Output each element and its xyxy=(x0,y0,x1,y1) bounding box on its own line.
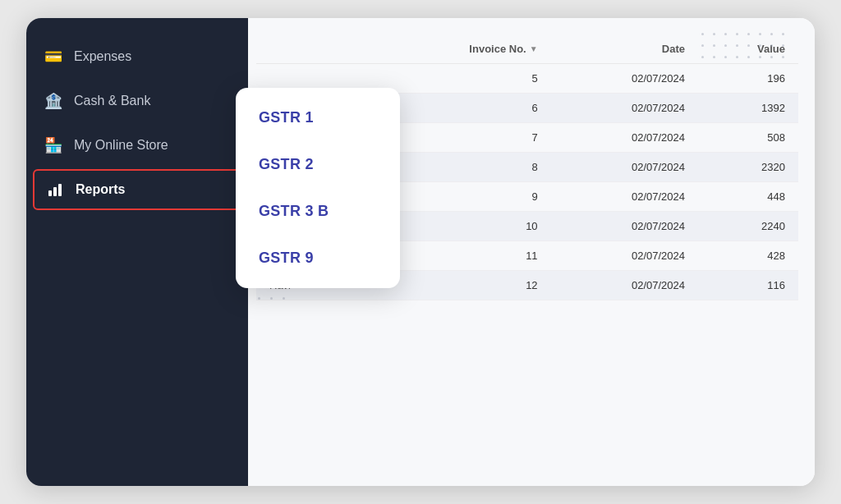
cell-date: 02/07/2024 xyxy=(551,271,698,300)
col-header-name xyxy=(256,34,376,64)
col-header-invoice[interactable]: Invoice No. ▼ xyxy=(376,34,551,64)
sidebar-item-reports[interactable]: Reports xyxy=(33,169,241,210)
cell-invoice: 5 xyxy=(376,64,551,94)
cell-invoice: 8 xyxy=(376,153,551,182)
cell-date: 02/07/2024 xyxy=(551,241,698,271)
svg-rect-0 xyxy=(48,190,52,196)
cell-date: 02/07/2024 xyxy=(551,64,698,94)
cell-value: 508 xyxy=(698,123,798,153)
cell-invoice: 9 xyxy=(376,182,551,212)
cell-value: 1392 xyxy=(698,94,798,123)
dropdown-item-gstr9[interactable]: GSTR 9 xyxy=(236,235,400,282)
sidebar: 💳 Expenses 🏦 Cash & Bank 🏪 My Online Sto… xyxy=(26,18,248,486)
sidebar-item-my-online-store[interactable]: 🏪 My Online Store xyxy=(26,123,248,167)
cell-invoice: 6 xyxy=(376,94,551,123)
cell-value: 196 xyxy=(698,64,798,94)
cell-date: 02/07/2024 xyxy=(551,212,698,241)
cell-value: 448 xyxy=(698,182,798,212)
cell-value: 2240 xyxy=(698,212,798,241)
invoice-sort-icon: ▼ xyxy=(530,44,538,53)
sidebar-item-cash-bank[interactable]: 🏦 Cash & Bank xyxy=(26,79,248,123)
gstr9-label: GSTR 9 xyxy=(259,250,314,267)
cell-date: 02/07/2024 xyxy=(551,94,698,123)
gstr-dropdown-menu: GSTR 1 GSTR 2 GSTR 3 B GSTR 9 xyxy=(236,88,400,288)
cell-value: 428 xyxy=(698,241,798,271)
svg-rect-1 xyxy=(53,187,57,196)
dot-grid-top-right xyxy=(701,33,790,64)
gstr2-label: GSTR 2 xyxy=(259,156,314,173)
gstr1-label: GSTR 1 xyxy=(259,109,314,126)
main-container: 💳 Expenses 🏦 Cash & Bank 🏪 My Online Sto… xyxy=(26,18,815,486)
col-header-date: Date xyxy=(551,34,698,64)
dropdown-item-gstr1[interactable]: GSTR 1 xyxy=(236,94,400,141)
cell-invoice: 10 xyxy=(376,212,551,241)
dropdown-item-gstr3b[interactable]: GSTR 3 B xyxy=(236,188,400,235)
sidebar-label-store: My Online Store xyxy=(74,138,168,153)
cell-date: 02/07/2024 xyxy=(551,182,698,212)
store-icon: 🏪 xyxy=(44,136,62,154)
dropdown-item-gstr2[interactable]: GSTR 2 xyxy=(236,141,400,188)
cell-date: 02/07/2024 xyxy=(551,153,698,182)
reports-icon xyxy=(46,182,64,197)
cell-invoice: 11 xyxy=(376,241,551,271)
gstr3b-label: GSTR 3 B xyxy=(259,203,329,220)
sidebar-label-reports: Reports xyxy=(76,182,125,197)
cell-value: 2320 xyxy=(698,153,798,182)
cell-value: 116 xyxy=(698,271,798,300)
sidebar-label-expenses: Expenses xyxy=(74,49,131,64)
cell-invoice: 7 xyxy=(376,123,551,153)
cell-invoice: 12 xyxy=(376,271,551,300)
sidebar-item-expenses[interactable]: 💳 Expenses xyxy=(26,34,248,79)
svg-rect-2 xyxy=(58,184,62,196)
cash-bank-icon: 🏦 xyxy=(44,92,62,110)
expenses-icon: 💳 xyxy=(44,48,62,66)
sidebar-label-cash-bank: Cash & Bank xyxy=(74,94,150,108)
cell-date: 02/07/2024 xyxy=(551,123,698,153)
